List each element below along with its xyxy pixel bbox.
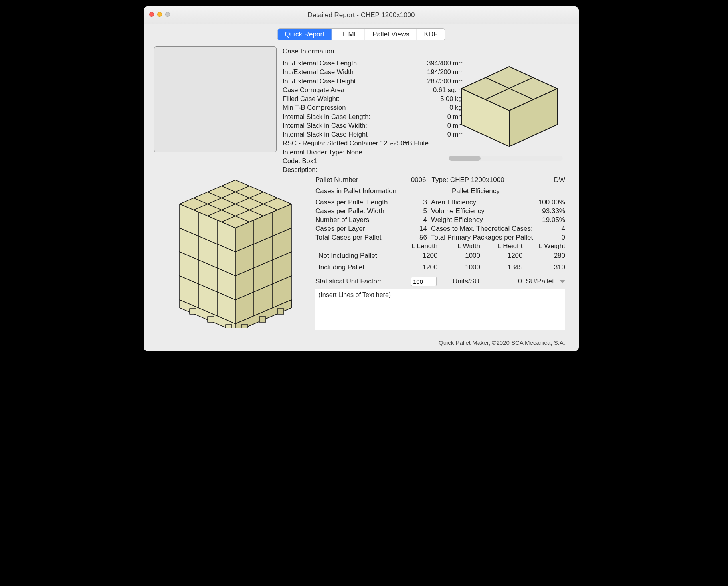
case-row-label: Min T-B Compression bbox=[283, 103, 346, 112]
su-label: SU/Pallet bbox=[526, 277, 554, 285]
pallet-metric-value: 5 bbox=[403, 207, 427, 215]
close-icon[interactable] bbox=[149, 12, 154, 17]
case-isometric-drawing bbox=[453, 55, 565, 150]
pallet-metric-value: 56 bbox=[403, 234, 427, 242]
svg-rect-24 bbox=[259, 317, 266, 322]
tab-html[interactable]: HTML bbox=[332, 29, 365, 40]
dim-cell: 1000 bbox=[438, 262, 481, 273]
report-window: Detailed Report - CHEP 1200x1000 Quick R… bbox=[144, 6, 579, 351]
svg-rect-20 bbox=[190, 309, 196, 314]
case-info-heading: Case Information bbox=[283, 48, 464, 55]
dim-cell: 310 bbox=[523, 262, 566, 273]
eff-metric-label: Total Primary Packages per Pallet bbox=[431, 234, 534, 242]
footer-text: Quick Pallet Maker, ©2020 SCA Mecanica, … bbox=[439, 339, 565, 346]
pallet-metric-label: Cases per Pallet Length bbox=[315, 198, 403, 206]
report-tabs: Quick Report HTML Pallet Views KDF bbox=[277, 28, 445, 40]
notes-area[interactable]: (Insert Lines of Text here) bbox=[315, 289, 565, 330]
dim-row-label: Not Including Pallet bbox=[315, 250, 395, 262]
case-row-label: Case Corrugate Area bbox=[283, 85, 344, 94]
case-information: Case Information Int./External Case Leng… bbox=[283, 48, 464, 174]
case-extra: Internal Divider Type: None bbox=[283, 148, 464, 156]
zoom-icon[interactable] bbox=[165, 12, 170, 17]
dim-cell: 1000 bbox=[438, 250, 481, 262]
eff-metric-label: Cases to Max. Theoretical Cases: bbox=[431, 225, 534, 233]
svg-rect-25 bbox=[277, 309, 284, 314]
case-row-label: Internal Slack in Case Height bbox=[283, 130, 368, 139]
eff-metric-label: Area Efficiency bbox=[431, 198, 534, 206]
pallet-isometric-drawing bbox=[168, 168, 303, 328]
svg-rect-22 bbox=[226, 325, 232, 328]
dim-cell: 1200 bbox=[395, 262, 438, 273]
pallet-metric-label: Cases per Layer bbox=[315, 225, 403, 233]
suf-input[interactable] bbox=[411, 277, 437, 286]
eff-metric-label: Weight Efficiency bbox=[431, 216, 534, 224]
su-value: 0 bbox=[518, 277, 522, 285]
dim-header: L Width bbox=[438, 242, 481, 250]
case-row-label: Int./External Case Length bbox=[283, 59, 357, 67]
svg-rect-21 bbox=[208, 317, 214, 322]
pallet-metric-value: 14 bbox=[403, 225, 427, 233]
pallet-metric-label: Number of Layers bbox=[315, 216, 403, 224]
dim-cell: 1200 bbox=[395, 250, 438, 262]
case-row-label: Internal Slack in Case Length: bbox=[283, 112, 370, 121]
dim-cell: 280 bbox=[523, 250, 566, 262]
pallet-metric-label: Total Cases per Pallet bbox=[315, 234, 403, 242]
pallet-number-label: Pallet Number bbox=[315, 176, 358, 184]
suf-units: Units/SU bbox=[453, 277, 479, 285]
window-title: Detailed Report - CHEP 1200x1000 bbox=[144, 11, 579, 19]
minimize-icon[interactable] bbox=[157, 12, 162, 17]
pallet-dw: DW bbox=[554, 176, 565, 184]
eff-metric-value: 100.00% bbox=[534, 198, 565, 206]
case-row-label: Int./External Case Height bbox=[283, 77, 356, 85]
eff-metric-value: 0 bbox=[534, 234, 565, 242]
tab-pallet-views[interactable]: Pallet Views bbox=[365, 29, 417, 40]
svg-rect-23 bbox=[241, 325, 248, 328]
dim-cell: 1200 bbox=[480, 250, 523, 262]
efficiency-heading: Pallet Efficiency bbox=[452, 187, 500, 195]
pallet-number-value: 0006 bbox=[411, 176, 426, 184]
case-row-label: Int./External Case Width bbox=[283, 67, 354, 76]
dim-header: L Weight bbox=[523, 242, 566, 250]
eff-metric-value: 93.33% bbox=[534, 207, 565, 215]
pallet-type: Type: CHEP 1200x1000 bbox=[432, 176, 504, 184]
eff-metric-value: 4 bbox=[534, 225, 565, 233]
case-extra: RSC - Regular Slotted Container 125-250#… bbox=[283, 139, 464, 147]
progress-bar bbox=[449, 156, 563, 161]
dim-header: L Height bbox=[480, 242, 523, 250]
dim-cell: 1345 bbox=[480, 262, 523, 273]
pallet-metric-label: Cases per Pallet Width bbox=[315, 207, 403, 215]
dim-header: L Length bbox=[395, 242, 438, 250]
case-extra: Code: Box1 bbox=[283, 156, 464, 165]
dim-row-label: Including Pallet bbox=[315, 262, 395, 273]
pallet-metric-value: 3 bbox=[403, 198, 427, 206]
cases-heading: Cases in Pallet Information bbox=[315, 187, 452, 195]
suf-label: Statistical Unit Factor: bbox=[315, 277, 411, 285]
dropdown-icon[interactable] bbox=[560, 280, 565, 283]
case-row-label: Filled Case Weight: bbox=[283, 94, 340, 103]
eff-metric-value: 19.05% bbox=[534, 216, 565, 224]
tab-quick-report[interactable]: Quick Report bbox=[278, 29, 332, 40]
eff-metric-label: Volume Efficiency bbox=[431, 207, 534, 215]
thumbnail-placeholder bbox=[154, 46, 277, 152]
case-row-label: Internal Slack in Case Width: bbox=[283, 121, 367, 130]
pallet-metric-value: 4 bbox=[403, 216, 427, 224]
case-extra: Description: bbox=[283, 165, 464, 174]
dimension-table: L Length L Width L Height L Weight Not I… bbox=[315, 242, 565, 273]
titlebar: Detailed Report - CHEP 1200x1000 bbox=[144, 6, 579, 24]
tab-kdf[interactable]: KDF bbox=[417, 29, 445, 40]
